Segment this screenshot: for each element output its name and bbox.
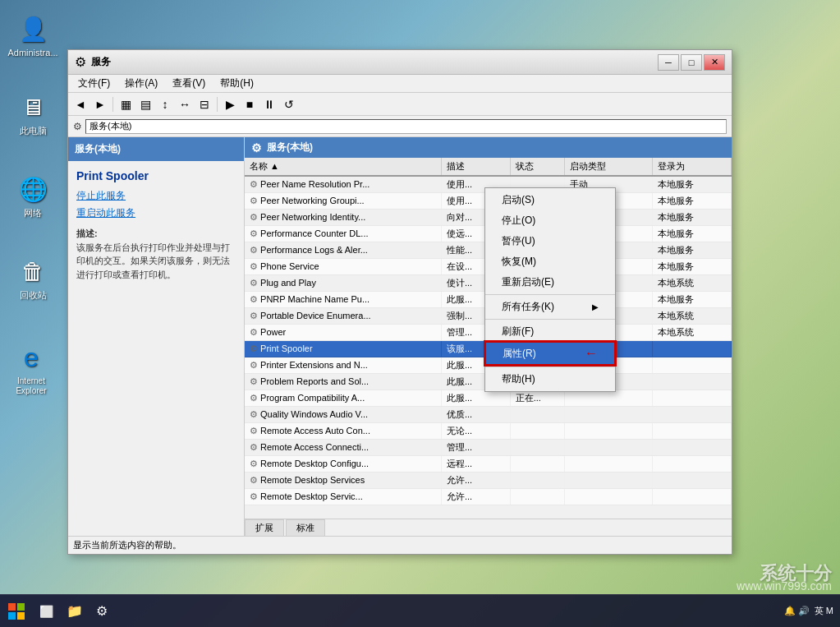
forward-button[interactable]: ► <box>91 95 109 113</box>
table-row[interactable]: ⚙ Remote Desktop Services 允许... <box>245 473 732 489</box>
service-description: 描述: 该服务在后台执行打印作业并处理与打印机的交互。如果关闭该服务，则无法进行… <box>76 227 236 281</box>
desktop-icon-recycle[interactable]: 🗑 回收站 <box>8 255 57 301</box>
tray-icons: 🔔 🔊 <box>784 606 810 616</box>
ctx-start[interactable]: 启动(S) <box>485 190 615 210</box>
table-row[interactable]: ⚙ Remote Desktop Configu... 远程... <box>245 456 732 473</box>
tab-extend[interactable]: 扩展 <box>245 519 284 536</box>
windows-logo <box>8 603 25 620</box>
col-status[interactable]: 状态 <box>510 158 564 176</box>
title-bar: ⚙ 服务 ─ □ ✕ <box>68 50 732 75</box>
service-status-cell <box>510 423 564 440</box>
ie-icon: e <box>15 341 48 374</box>
tab-standard[interactable]: 标准 <box>286 519 325 536</box>
service-login-cell: 本地系统 <box>653 325 732 341</box>
service-status-cell: 正在... <box>510 390 564 407</box>
service-name-cell: ⚙ Portable Device Enumera... <box>245 308 441 325</box>
start-button[interactable] <box>0 595 33 628</box>
ctx-resume[interactable]: 恢复(M) <box>485 251 615 272</box>
service-desc-cell: 允许... <box>441 489 510 505</box>
panel-header-icon: ⚙ <box>251 141 262 154</box>
stop-button[interactable]: ■ <box>241 95 259 113</box>
settings-button[interactable]: ⚙ <box>90 596 114 627</box>
back-button[interactable]: ◄ <box>71 95 90 113</box>
col-start[interactable]: 启动类型 <box>564 158 653 176</box>
col-desc[interactable]: 描述 <box>441 158 510 176</box>
col-name[interactable]: 名称 ▲ <box>245 158 441 176</box>
submenu-arrow: ▶ <box>592 302 599 311</box>
service-login-cell: 本地服务 <box>653 193 732 210</box>
menu-view[interactable]: 查看(V) <box>166 75 212 92</box>
recycle-icon: 🗑 <box>16 255 49 288</box>
ctx-properties[interactable]: 属性(R) ← <box>485 342 615 365</box>
view5-button[interactable]: ⊟ <box>195 95 213 113</box>
menu-file[interactable]: 文件(F) <box>71 75 117 92</box>
table-row[interactable]: ⚙ Program Compatibility A... 此服... 正在... <box>245 390 732 407</box>
task-view-button[interactable]: ⬜ <box>33 596 60 627</box>
ctx-pause[interactable]: 暂停(U) <box>485 231 615 251</box>
service-name-cell: ⚙ Remote Access Connecti... <box>245 440 441 456</box>
close-button[interactable]: ✕ <box>704 54 725 71</box>
view3-button[interactable]: ↕ <box>156 95 174 113</box>
services-window: ⚙ 服务 ─ □ ✕ 文件(F) 操作(A) 查看(V) 帮助(H) ◄ ► ▦… <box>67 49 732 555</box>
ctx-restart[interactable]: 重新启动(E) <box>485 272 615 293</box>
service-desc-cell: 无论... <box>441 423 510 440</box>
service-name-cell: ⚙ Peer Networking Identity... <box>245 210 441 226</box>
view4-button[interactable]: ↔ <box>176 95 194 113</box>
service-start-cell <box>564 473 653 489</box>
minimize-button[interactable]: ─ <box>658 54 679 71</box>
restart-button[interactable]: ↺ <box>280 95 298 113</box>
stop-service-link[interactable]: 停止此服务 <box>76 189 236 203</box>
service-desc-cell: 优质... <box>441 407 510 423</box>
service-name-cell: ⚙ Problem Reports and Sol... <box>245 374 441 390</box>
service-login-cell: 本地系统 <box>653 275 732 292</box>
view-button[interactable]: ▦ <box>117 95 135 113</box>
service-name-cell: ⚙ Quality Windows Audio V... <box>245 407 441 423</box>
service-icon: ⚙ <box>250 360 258 370</box>
service-desc-cell: 管理... <box>441 440 510 456</box>
col-login[interactable]: 登录为 <box>653 158 732 176</box>
restart-service-link[interactable]: 重启动此服务 <box>76 206 236 220</box>
service-desc-cell: 远程... <box>441 456 510 473</box>
menu-action[interactable]: 操作(A) <box>118 75 164 92</box>
left-panel-content: Print Spooler 停止此服务 重启动此服务 描述: 该服务在后台执行打… <box>68 161 244 536</box>
menu-help[interactable]: 帮助(H) <box>213 75 260 92</box>
maximize-button[interactable]: □ <box>681 54 702 71</box>
service-icon: ⚙ <box>250 196 258 205</box>
service-icon: ⚙ <box>250 311 258 320</box>
table-row[interactable]: ⚙ Remote Access Connecti... 管理... <box>245 440 732 456</box>
service-login-cell: 本地服务 <box>653 242 732 259</box>
service-start-cell <box>564 390 653 407</box>
table-row[interactable]: ⚙ Quality Windows Audio V... 优质... <box>245 407 732 423</box>
ctx-all-tasks[interactable]: 所有任务(K) ▶ <box>485 297 615 317</box>
service-status-cell <box>510 440 564 456</box>
desktop-icon-network[interactable]: 🌐 网络 <box>8 173 57 219</box>
ctx-refresh[interactable]: 刷新(F) <box>485 321 615 342</box>
table-row[interactable]: ⚙ Remote Desktop Servic... 允许... <box>245 489 732 505</box>
service-icon: ⚙ <box>250 245 258 255</box>
status-tabs: 扩展 标准 <box>245 519 732 536</box>
service-icon: ⚙ <box>250 343 258 353</box>
explorer-button[interactable]: 📁 <box>60 596 90 627</box>
service-login-cell <box>653 440 732 456</box>
play-button[interactable]: ▶ <box>221 95 239 113</box>
service-login-cell: 本地服务 <box>653 176 732 193</box>
view2-button[interactable]: ▤ <box>136 95 154 113</box>
service-name-cell: ⚙ Performance Counter DL... <box>245 226 441 242</box>
service-start-cell <box>564 456 653 473</box>
desktop-icon-ie[interactable]: e InternetExplorer <box>7 341 56 396</box>
table-row[interactable]: ⚙ Remote Access Auto Con... 无论... <box>245 423 732 440</box>
window-body: 服务(本地) Print Spooler 停止此服务 重启动此服务 描述: 该服… <box>68 137 732 536</box>
desktop-icon-computer[interactable]: 🖥 此电脑 <box>8 90 57 136</box>
desktop: 👤 Administra... 🖥 此电脑 🌐 网络 🗑 回收站 e Inter… <box>0 0 840 627</box>
watermark-url: www.win7999.com <box>737 579 832 592</box>
service-name-cell: ⚙ Performance Logs & Aler... <box>245 242 441 259</box>
service-name-cell: ⚙ Power <box>245 325 441 341</box>
service-name-cell: ⚙ Phone Service <box>245 259 441 275</box>
address-input[interactable] <box>85 119 727 134</box>
pause-button[interactable]: ⏸ <box>260 95 278 113</box>
service-icon: ⚙ <box>250 491 258 501</box>
ctx-help[interactable]: 帮助(H) <box>485 369 615 390</box>
service-icon: ⚙ <box>250 294 258 304</box>
ctx-stop[interactable]: 停止(O) <box>485 210 615 231</box>
desktop-icon-admin[interactable]: 👤 Administra... <box>8 12 57 58</box>
